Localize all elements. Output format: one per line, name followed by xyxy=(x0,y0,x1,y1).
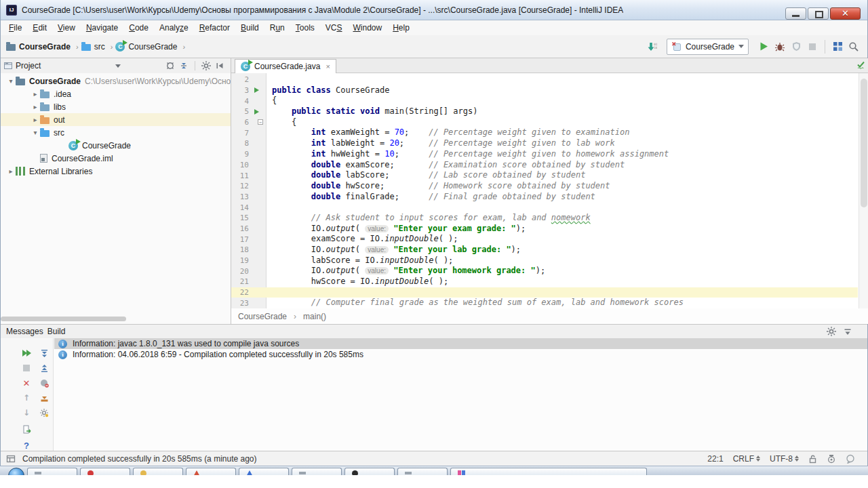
gear-icon[interactable] xyxy=(827,327,836,336)
arrow-down-icon[interactable]: ↓ xyxy=(21,407,32,418)
code-line-22[interactable]: 22 xyxy=(231,287,858,298)
tab-close-icon[interactable]: × xyxy=(326,62,330,70)
menu-analyze[interactable]: Analyze xyxy=(154,22,194,34)
menu-help[interactable]: Help xyxy=(387,22,415,34)
tool-window-toggle-icon[interactable] xyxy=(6,454,16,464)
code-line-15[interactable]: 15 // Ask student to input scores for ex… xyxy=(231,213,858,224)
menu-navigate[interactable]: Navigate xyxy=(81,22,123,34)
line-ending-select[interactable]: CRLF xyxy=(733,454,760,464)
coverage-button[interactable] xyxy=(788,39,804,55)
code-line-11[interactable]: 11 double labScore; // Lab score obtaine… xyxy=(231,170,858,181)
scrollbar-thumb[interactable] xyxy=(861,79,867,207)
message-row[interactable]: iInformation: 04.06.2018 6:59 - Compilat… xyxy=(54,349,867,360)
menu-view[interactable]: View xyxy=(52,22,81,34)
hide-warnings-icon[interactable] xyxy=(39,378,50,388)
lock-icon[interactable] xyxy=(808,454,817,464)
chevron-down-icon[interactable]: ▾ xyxy=(6,77,16,85)
code-editor[interactable]: 23public class CourseGrade4{5 public sta… xyxy=(231,73,858,308)
scroll-from-source-icon[interactable] xyxy=(163,59,177,73)
start-button[interactable] xyxy=(8,468,24,475)
code-line-7[interactable]: 7 int examWeight = 70; // Percentage wei… xyxy=(231,127,858,138)
menu-tools[interactable]: Tools xyxy=(290,22,320,34)
message-row[interactable]: iInformation: javac 1.8.0_131 was used t… xyxy=(54,338,867,349)
messages-header[interactable]: Messages Build xyxy=(1,325,867,338)
search-everywhere-icon[interactable] xyxy=(846,39,862,55)
code-line-14[interactable]: 14 xyxy=(231,202,858,213)
chevron-right-icon[interactable]: ▸ xyxy=(31,90,40,98)
code-line-10[interactable]: 10 double examScore; // Examination scor… xyxy=(231,160,858,171)
stop-button[interactable] xyxy=(804,39,821,55)
chevron-right-icon[interactable]: ▸ xyxy=(6,167,16,175)
tree-item-out[interactable]: ▸out xyxy=(1,113,231,126)
collapse-all-icon[interactable] xyxy=(177,59,191,73)
chevron-right-icon[interactable]: ▸ xyxy=(31,116,40,123)
code-line-2[interactable]: 2 xyxy=(231,75,858,85)
project-view-chevron-icon[interactable] xyxy=(115,64,121,68)
gear-icon[interactable] xyxy=(199,59,213,73)
encoding-select[interactable]: UTF-8 xyxy=(770,454,799,464)
code-line-4[interactable]: 4{ xyxy=(231,96,858,106)
close-button[interactable]: ✕ xyxy=(830,7,861,20)
menu-window[interactable]: Window xyxy=(347,22,387,34)
arrow-up-icon[interactable]: ↑ xyxy=(21,392,32,403)
run-line-icon[interactable] xyxy=(254,87,259,93)
hide-tool-window-icon[interactable] xyxy=(843,327,852,336)
help-icon[interactable]: ? xyxy=(21,440,32,451)
notifications-icon[interactable] xyxy=(846,454,855,464)
tree-item-coursegrade[interactable]: ▾CourseGradeC:\Users\user\Work\Курсы\Ude… xyxy=(1,75,231,87)
code-line-3[interactable]: 3public class CourseGrade xyxy=(231,85,858,96)
project-structure-icon[interactable] xyxy=(829,39,846,55)
code-line-12[interactable]: 12 double hwScore; // Homework score obt… xyxy=(231,181,858,192)
code-line-23[interactable]: 23 // Computer final grade as the weight… xyxy=(231,298,858,308)
code-line-16[interactable]: 16 IO.output( value: "Enter your exam gr… xyxy=(231,224,858,235)
taskbar-button[interactable] xyxy=(344,468,395,475)
update-project-icon[interactable]: 0110 xyxy=(644,39,660,55)
hector-inspector-icon[interactable] xyxy=(827,454,836,464)
breadcrumb-item[interactable]: CCourseGrade xyxy=(115,42,177,52)
editor-breadcrumb-item[interactable]: main() xyxy=(303,312,326,321)
fold-icon[interactable]: − xyxy=(258,119,263,125)
run-button[interactable] xyxy=(755,39,772,55)
code-line-19[interactable]: 19 labScore = IO.inputDouble( ); xyxy=(231,256,858,266)
editor-scrollbar[interactable] xyxy=(859,73,868,308)
taskbar-button[interactable] xyxy=(292,468,342,475)
breadcrumb-item[interactable]: src xyxy=(81,42,105,52)
project-panel-header[interactable]: Project xyxy=(1,58,231,73)
expand-all-icon[interactable] xyxy=(39,348,50,359)
taskbar-button[interactable] xyxy=(186,468,236,475)
menu-code[interactable]: Code xyxy=(123,22,154,34)
caret-position[interactable]: 22:1 xyxy=(707,454,723,464)
tree-item--idea[interactable]: ▸.idea xyxy=(1,87,231,100)
code-line-13[interactable]: 13 double finalGrade; // Final grade obt… xyxy=(231,192,858,203)
code-line-18[interactable]: 18 IO.output( value: "Enter your lab gra… xyxy=(231,245,858,256)
code-line-17[interactable]: 17 examScore = IO.inputDouble( ); xyxy=(231,234,858,245)
export-file-icon[interactable] xyxy=(21,424,32,434)
stop-icon[interactable] xyxy=(21,363,32,373)
taskbar-button[interactable] xyxy=(80,468,130,475)
code-line-5[interactable]: 5 public static void main(String[] args) xyxy=(231,106,858,117)
menu-build[interactable]: Build xyxy=(235,22,264,34)
restore-button[interactable] xyxy=(808,7,829,20)
chevron-right-icon[interactable]: ▸ xyxy=(31,103,40,110)
title-bar[interactable]: IJ CourseGrade [C:\Users\user\Work\Курсы… xyxy=(1,0,867,20)
export-tray-icon[interactable] xyxy=(39,392,50,403)
code-line-8[interactable]: 8 int labWeight = 20; // Percentage weig… xyxy=(231,138,858,149)
tree-item-src[interactable]: ▾src xyxy=(1,126,231,139)
close-icon[interactable]: ✕ xyxy=(21,378,32,388)
hide-panel-icon[interactable] xyxy=(213,59,226,73)
code-line-20[interactable]: 20 IO.output( value: "Enter your homewor… xyxy=(231,266,858,277)
menu-vcs[interactable]: VCS xyxy=(320,22,348,34)
taskbar-button[interactable] xyxy=(27,468,77,475)
editor-breadcrumb-item[interactable]: CourseGrade xyxy=(238,312,287,321)
menu-refactor[interactable]: Refactor xyxy=(194,22,235,34)
horizontal-scrollbar[interactable] xyxy=(1,317,126,321)
menu-edit[interactable]: Edit xyxy=(27,22,52,34)
tree-item-coursegrade[interactable]: CCourseGrade xyxy=(1,139,231,152)
run-line-icon[interactable] xyxy=(254,109,259,115)
settings-wrench-icon[interactable] xyxy=(39,407,50,418)
taskbar-button[interactable] xyxy=(239,468,289,475)
tab-coursegrade-java[interactable]: C CourseGrade.java × xyxy=(235,59,336,73)
menu-run[interactable]: Run xyxy=(264,22,290,34)
code-line-21[interactable]: 21 hwScore = IO.inputDouble( ); xyxy=(231,277,858,287)
collapse-all-icon[interactable] xyxy=(39,363,50,373)
